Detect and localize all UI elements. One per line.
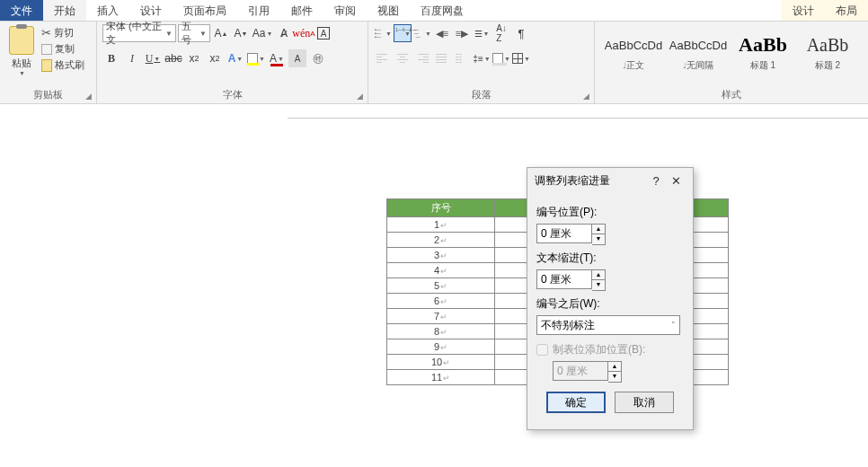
highlight-button[interactable]: ▼: [247, 49, 265, 67]
bold-button[interactable]: B: [102, 49, 120, 67]
multilevel-icon: [413, 27, 424, 40]
font-group-label: 字体: [102, 86, 362, 103]
number-position-spinner[interactable]: ▲▼: [536, 224, 684, 245]
tab-table-layout[interactable]: 布局: [825, 0, 868, 21]
shading-icon: [492, 53, 503, 64]
tab-table-design[interactable]: 设计: [782, 0, 825, 21]
superscript-button[interactable]: x2: [206, 49, 224, 67]
paste-dropdown-icon[interactable]: ▼: [6, 70, 38, 76]
italic-button[interactable]: I: [123, 49, 141, 67]
enclose-characters-button[interactable]: ㊕: [309, 49, 327, 67]
align-center-button[interactable]: [394, 49, 412, 67]
tab-page-layout[interactable]: 页面布局: [173, 0, 237, 21]
show-marks-button[interactable]: ¶: [512, 24, 530, 42]
font-size-combo[interactable]: 五号▼: [178, 24, 210, 42]
tab-home[interactable]: 开始: [43, 0, 86, 21]
shading-button[interactable]: ▼: [492, 49, 510, 67]
clipboard-group-label: 剪贴板: [5, 86, 91, 103]
multilevel-list-button[interactable]: ▼: [413, 24, 431, 42]
style-nospacing[interactable]: AaBbCcDd ♩无间隔: [667, 26, 730, 76]
character-border-button[interactable]: A: [314, 24, 332, 42]
dialog-close-button[interactable]: ✕: [666, 174, 686, 188]
change-case-button[interactable]: Aa▼: [252, 24, 273, 42]
tab-design[interactable]: 设计: [129, 0, 173, 21]
tab-position-input: [553, 361, 608, 381]
underline-button[interactable]: U▼: [144, 49, 162, 67]
tab-view[interactable]: 视图: [367, 0, 410, 21]
phonetic-guide-button[interactable]: wénA: [295, 24, 313, 42]
cut-button[interactable]: ✂剪切: [41, 26, 84, 40]
copy-button[interactable]: 复制: [41, 42, 84, 56]
text-indent-label: 文本缩进(T):: [536, 251, 684, 266]
tab-insert[interactable]: 插入: [86, 0, 129, 21]
align-justify-button[interactable]: [433, 49, 451, 67]
tab-review[interactable]: 审阅: [323, 0, 367, 21]
paragraph-dialog-launcher-icon[interactable]: ◢: [580, 91, 591, 101]
scissors-icon: ✂: [41, 26, 51, 40]
text-effects-button[interactable]: A▼: [226, 49, 244, 67]
style-normal[interactable]: AaBbCcDd ♩正文: [602, 26, 665, 76]
tab-netdisk[interactable]: 百度网盘: [410, 0, 474, 21]
paragraph-group-label: 段落: [374, 86, 589, 103]
font-color-button[interactable]: A▼: [268, 49, 286, 67]
style-label: 无间隔: [686, 60, 713, 70]
dialog-help-button[interactable]: ?: [646, 174, 666, 188]
clipboard-dialog-launcher-icon[interactable]: ◢: [83, 91, 93, 101]
format-painter-icon: [41, 59, 52, 72]
sort-button[interactable]: A↓Z: [492, 24, 510, 42]
tab-file[interactable]: 文件: [0, 0, 43, 21]
paste-icon: [9, 26, 34, 55]
subscript-button[interactable]: x2: [185, 49, 203, 67]
style-preview: AaBbCcDd: [668, 32, 729, 57]
tab-position-spinner: ▲▼: [553, 361, 684, 383]
style-preview: AaBb: [732, 32, 793, 57]
number-position-input[interactable]: [536, 224, 592, 243]
text-indent-spinner[interactable]: ▲▼: [536, 269, 684, 291]
strikethrough-button[interactable]: abc: [164, 49, 182, 67]
paste-label: 粘贴: [5, 57, 38, 70]
grow-font-button[interactable]: A▲: [212, 24, 230, 42]
asian-layout-button[interactable]: ☰▼: [473, 24, 491, 42]
shrink-font-button[interactable]: A▼: [232, 24, 250, 42]
style-heading2[interactable]: AaBb 标题 2: [796, 26, 859, 76]
bullets-icon: [374, 27, 385, 40]
text-indent-input[interactable]: [536, 269, 592, 289]
character-shading-button[interactable]: A: [288, 49, 306, 67]
spin-down-icon[interactable]: ▼: [592, 234, 605, 244]
paste-button[interactable]: 粘贴 ▼: [5, 24, 38, 76]
align-right-icon: [416, 53, 429, 64]
ribbon: 粘贴 ▼ ✂剪切 复制 格式刷 剪贴板 ◢ 宋体 (中文正文▼ 五号▼ A▲ A…: [0, 22, 868, 104]
font-name-combo[interactable]: 宋体 (中文正文▼: [102, 24, 176, 42]
bullets-button[interactable]: ▼: [374, 24, 392, 42]
tab-references[interactable]: 引用: [237, 0, 280, 21]
align-left-icon: [376, 53, 389, 64]
font-size-value: 五号: [182, 20, 196, 47]
style-heading1[interactable]: AaBb 标题 1: [731, 26, 794, 76]
align-distributed-button[interactable]: [453, 49, 471, 67]
dialog-title: 调整列表缩进量: [535, 173, 646, 189]
style-label: 标题 1: [750, 60, 775, 70]
line-spacing-button[interactable]: ‡≡▼: [473, 49, 491, 67]
borders-button[interactable]: ▼: [512, 49, 530, 67]
format-painter-button[interactable]: 格式刷: [41, 58, 84, 72]
align-center-icon: [396, 53, 409, 64]
tab-mailings[interactable]: 邮件: [280, 0, 323, 21]
spin-down-icon[interactable]: ▼: [592, 280, 605, 290]
ok-button[interactable]: 确定: [546, 392, 606, 413]
align-right-button[interactable]: [413, 49, 431, 67]
cancel-button[interactable]: 取消: [615, 392, 674, 413]
numbering-button[interactable]: ▼: [394, 24, 412, 42]
number-after-select[interactable]: 不特别标注 ˅: [536, 315, 680, 335]
spin-up-icon[interactable]: ▲: [592, 225, 605, 234]
increase-indent-button[interactable]: ≡▶: [453, 24, 471, 42]
decrease-indent-button[interactable]: ◀≡: [433, 24, 451, 42]
align-left-button[interactable]: [374, 49, 392, 67]
style-preview: AaBbCcDd: [603, 32, 664, 57]
font-dialog-launcher-icon[interactable]: ◢: [354, 91, 365, 101]
copy-label: 复制: [55, 42, 75, 56]
styles-group-label: 样式: [600, 86, 863, 103]
spin-up-icon[interactable]: ▲: [592, 270, 605, 280]
clear-formatting-button[interactable]: A̷: [275, 24, 293, 42]
borders-icon: [512, 53, 523, 64]
spin-up-icon: ▲: [608, 362, 621, 372]
